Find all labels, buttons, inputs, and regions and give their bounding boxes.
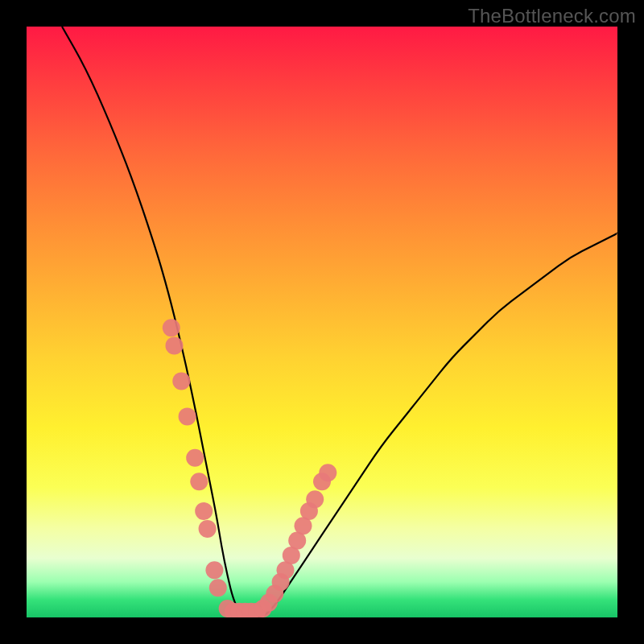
data-marker xyxy=(166,336,184,354)
data-marker xyxy=(195,502,213,520)
bottleneck-curve xyxy=(62,27,617,617)
chart-frame: TheBottleneck.com xyxy=(0,0,644,644)
watermark-text: TheBottleneck.com xyxy=(468,5,636,27)
data-marker xyxy=(172,372,190,390)
data-marker xyxy=(306,490,324,508)
data-marker xyxy=(209,579,227,597)
bottleneck-curve-svg xyxy=(27,27,617,617)
plot-area xyxy=(27,27,617,617)
data-marker xyxy=(186,449,204,467)
data-marker xyxy=(199,520,217,538)
data-marker xyxy=(190,473,208,490)
data-marker xyxy=(319,464,336,481)
data-marker xyxy=(179,407,196,425)
data-marker xyxy=(163,319,180,336)
curve-markers xyxy=(163,319,336,617)
data-marker xyxy=(205,561,223,579)
